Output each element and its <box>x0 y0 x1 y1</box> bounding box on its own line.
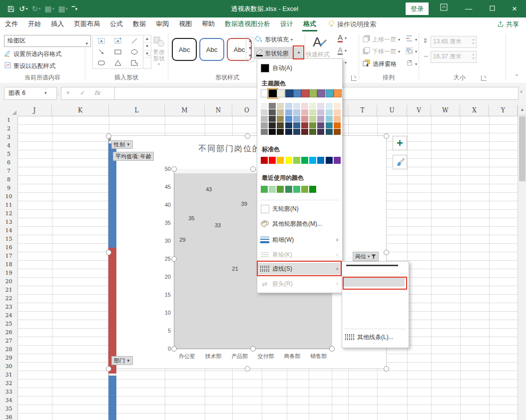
standard-color-swatch[interactable] <box>293 157 300 164</box>
column-header-J[interactable]: J <box>17 105 52 116</box>
standard-color-swatch[interactable] <box>309 157 316 164</box>
row-header-20[interactable]: 20 <box>0 277 18 286</box>
rotate-button[interactable]: ▾ <box>406 59 417 68</box>
shape-width-input[interactable]: 16.37 厘米▲▼ <box>431 51 477 63</box>
recent-color-swatch[interactable] <box>301 186 308 193</box>
tab-数据[interactable]: 数据 <box>128 17 151 31</box>
gallery-more-icon[interactable]: ▼̲ <box>246 52 254 60</box>
triangle-shape-icon[interactable] <box>109 57 126 68</box>
format-selection-button[interactable]: 设置所选内容格式 <box>4 49 61 58</box>
theme-variant-swatch[interactable] <box>309 122 316 128</box>
bar-series1-办公室[interactable] <box>108 248 116 374</box>
name-box[interactable]: 图表 6 ▾ <box>4 87 57 100</box>
row-header-6[interactable]: 6 <box>0 158 18 167</box>
theme-variant-swatch[interactable] <box>277 109 284 115</box>
undo-button[interactable]: ↺▾ <box>17 3 30 14</box>
column-header-L[interactable]: L <box>109 105 165 116</box>
row-header-12[interactable]: 12 <box>0 209 18 218</box>
selection-handle[interactable] <box>384 366 389 372</box>
minimize-button[interactable]: — <box>457 0 480 17</box>
theme-variant-swatch[interactable] <box>334 129 341 135</box>
size-dialog-launcher[interactable]: ↘ <box>481 75 487 81</box>
enter-icon[interactable]: ✓ <box>76 87 89 98</box>
row-header-19[interactable]: 19 <box>0 269 18 278</box>
selection-pane-button[interactable]: 选择窗格 <box>363 59 397 68</box>
row-header-3[interactable]: 3 <box>0 133 18 142</box>
theme-variant-swatch[interactable] <box>317 122 324 128</box>
shape-fill-button[interactable]: 形状填充▾ <box>255 35 293 44</box>
scroll-down-icon[interactable]: ▼ <box>246 45 254 52</box>
tell-me[interactable]: 操作说明搜索 <box>328 17 376 31</box>
row-header-34[interactable]: 34 <box>0 396 18 405</box>
theme-variant-swatch[interactable] <box>293 129 300 135</box>
theme-variant-swatch[interactable] <box>261 109 268 115</box>
selection-handle[interactable] <box>250 166 256 172</box>
vertical-scrollbar[interactable]: ▲ <box>518 105 526 420</box>
theme-color-swatch[interactable] <box>261 89 269 97</box>
column-header-K[interactable]: K <box>52 105 109 116</box>
menu-item-dashes[interactable]: 虚线(S)› <box>257 263 342 275</box>
row-header-17[interactable]: 17 <box>0 252 18 261</box>
theme-variant-swatch[interactable] <box>293 109 300 115</box>
tab-公式[interactable]: 公式 <box>105 17 128 31</box>
column-header-T[interactable]: T <box>348 105 377 116</box>
theme-variant-swatch[interactable] <box>269 103 276 109</box>
shape-style-abc-0[interactable]: Abc <box>172 38 197 61</box>
dash-option-round-dot[interactable] <box>342 269 409 277</box>
row-header-18[interactable]: 18 <box>0 260 18 269</box>
menu-item-more-lines[interactable]: 其他线条(L)... <box>342 331 409 343</box>
selection-handle[interactable] <box>245 366 250 372</box>
recent-color-swatch[interactable] <box>293 186 300 193</box>
cancel-icon[interactable]: × <box>61 87 74 98</box>
maximize-button[interactable] <box>481 0 504 17</box>
row-header-29[interactable]: 29 <box>0 354 18 363</box>
shape-outline-button[interactable]: 形状轮廓 <box>254 47 295 59</box>
change-shape-button[interactable]: 更改形状 ▾ <box>151 35 167 66</box>
scroll-up-icon[interactable]: ▲ <box>143 35 151 43</box>
menu-item-automatic[interactable]: 自动(A) <box>257 62 342 74</box>
selection-handle[interactable] <box>245 133 250 139</box>
tab-开始[interactable]: 开始 <box>23 17 46 31</box>
theme-variant-swatch[interactable] <box>285 129 292 135</box>
selection-handle[interactable] <box>106 366 111 372</box>
row-header-22[interactable]: 22 <box>0 294 18 303</box>
qat-table-icon-2[interactable]: ▦▾ <box>56 3 69 14</box>
selection-handle[interactable] <box>171 346 177 352</box>
login-button[interactable]: 登录 <box>406 2 429 15</box>
tab-帮助[interactable]: 帮助 <box>197 17 220 31</box>
insert-function-icon[interactable]: fx <box>91 87 104 98</box>
row-header-10[interactable]: 10 <box>0 192 18 201</box>
textbox-horizontal-icon[interactable]: A <box>93 35 109 46</box>
theme-variant-swatch[interactable] <box>301 116 308 122</box>
close-button[interactable]: × <box>503 0 526 17</box>
selection-combobox[interactable]: 绘图区▾ <box>4 35 91 47</box>
theme-variant-swatch[interactable] <box>326 116 333 122</box>
row-header-31[interactable]: 31 <box>0 371 18 380</box>
row-header-36[interactable]: 36 <box>0 413 18 420</box>
save-icon[interactable] <box>5 3 17 14</box>
row-header-30[interactable]: 30 <box>0 362 18 371</box>
menu-item-sketched[interactable]: 草绘(K)› <box>257 249 342 261</box>
tab-视图[interactable]: 视图 <box>174 17 197 31</box>
recent-color-swatch[interactable] <box>261 186 268 193</box>
tab-审阅[interactable]: 审阅 <box>151 17 174 31</box>
text-outline-button[interactable]: A▾ <box>338 46 347 55</box>
row-header-33[interactable]: 33 <box>0 388 18 397</box>
theme-color-swatch[interactable] <box>334 89 342 97</box>
column-header-M[interactable]: M <box>165 105 205 116</box>
shape-style-abc-1[interactable]: Abc <box>199 38 224 61</box>
recent-color-swatch[interactable] <box>269 186 276 193</box>
collapse-ribbon-icon[interactable]: ⌃ <box>515 73 519 80</box>
text-fill-button[interactable]: A▾ <box>338 34 347 42</box>
chart-title[interactable]: 不同部门岗位的 <box>198 144 261 154</box>
theme-variant-swatch[interactable] <box>269 116 276 122</box>
row-header-11[interactable]: 11 <box>0 201 18 210</box>
selection-handle[interactable] <box>171 166 177 172</box>
row-header-4[interactable]: 4 <box>0 141 18 150</box>
selection-handle[interactable] <box>171 256 177 262</box>
ribbon-display-options-icon[interactable] <box>434 0 454 17</box>
theme-color-swatch[interactable] <box>293 89 301 97</box>
row-header-5[interactable]: 5 <box>0 150 18 159</box>
selection-handle[interactable] <box>329 346 335 352</box>
rounded-rectangle-shape-icon[interactable] <box>93 57 109 68</box>
